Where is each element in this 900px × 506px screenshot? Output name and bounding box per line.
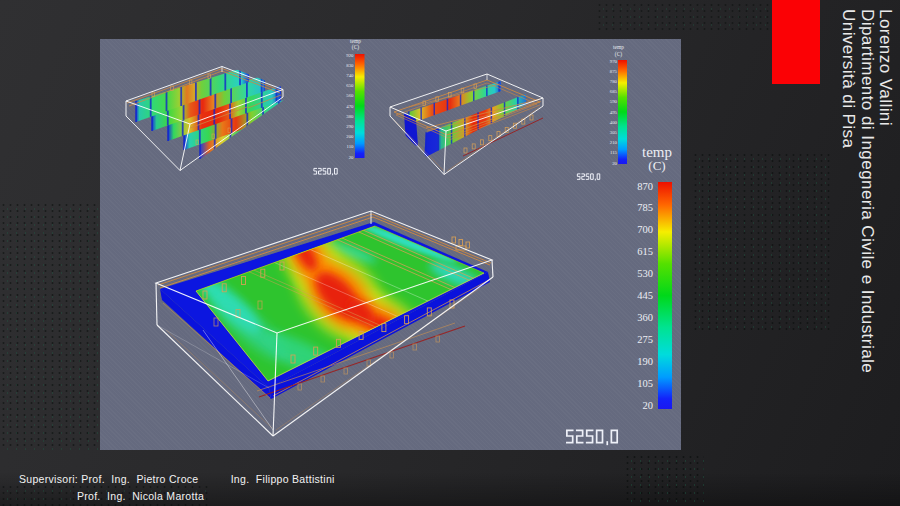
svg-text:870: 870 — [637, 181, 653, 192]
svg-text:470: 470 — [346, 104, 354, 109]
svg-text:(C): (C) — [352, 44, 360, 51]
svg-text:615: 615 — [637, 246, 653, 257]
svg-text:590: 590 — [610, 99, 618, 104]
svg-text:290: 290 — [346, 124, 354, 129]
svg-text:275: 275 — [637, 334, 653, 345]
svg-text:530: 530 — [637, 268, 653, 279]
svg-text:20: 20 — [612, 161, 617, 166]
svg-text:400: 400 — [610, 120, 618, 125]
svg-text:20: 20 — [349, 155, 354, 160]
svg-text:115: 115 — [610, 150, 618, 155]
svg-text:(C): (C) — [615, 51, 623, 58]
svg-text:445: 445 — [637, 290, 653, 301]
svg-text:(C): (C) — [648, 158, 665, 173]
svg-text:970: 970 — [610, 59, 618, 64]
svg-text:210: 210 — [610, 140, 618, 145]
svg-text:20: 20 — [643, 400, 654, 411]
svg-text:200: 200 — [346, 134, 354, 139]
svg-text:305: 305 — [610, 130, 618, 135]
svg-text:495: 495 — [610, 110, 618, 115]
svg-text:650: 650 — [346, 83, 354, 88]
svg-text:780: 780 — [610, 79, 618, 84]
svg-text:740: 740 — [346, 73, 354, 78]
svg-text:105: 105 — [637, 378, 653, 389]
svg-text:875: 875 — [610, 69, 618, 74]
svg-text:700: 700 — [637, 224, 653, 235]
svg-text:360: 360 — [637, 312, 653, 323]
svg-text:560: 560 — [346, 93, 354, 98]
svg-text:920: 920 — [346, 53, 354, 58]
svg-text:685: 685 — [610, 89, 618, 94]
svg-text:190: 190 — [637, 356, 653, 367]
svg-text:830: 830 — [346, 63, 354, 68]
svg-text:110: 110 — [346, 144, 354, 149]
svg-text:380: 380 — [346, 114, 354, 119]
svg-text:785: 785 — [637, 202, 653, 213]
svg-text:temp: temp — [613, 44, 624, 50]
